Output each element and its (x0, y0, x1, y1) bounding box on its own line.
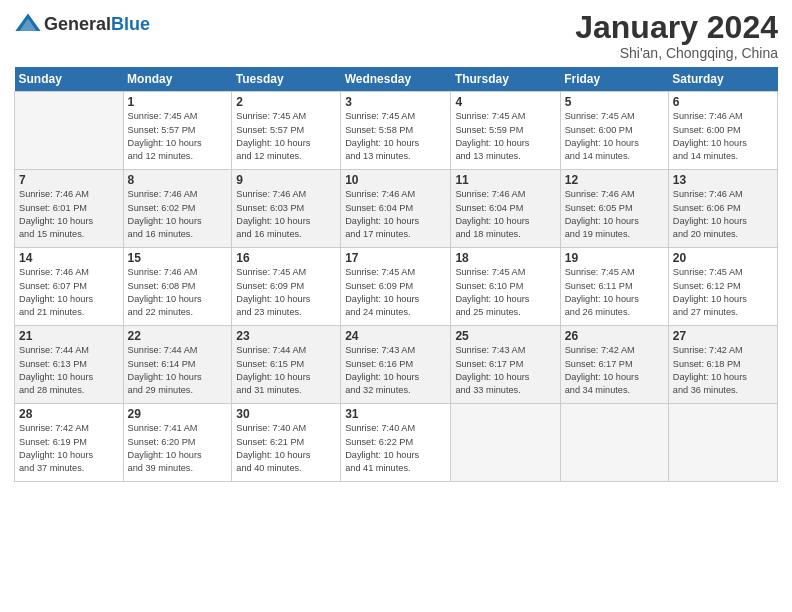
day-info: Sunrise: 7:45 AM Sunset: 6:10 PM Dayligh… (455, 266, 555, 319)
day-number: 15 (128, 251, 228, 265)
calendar-cell: 17Sunrise: 7:45 AM Sunset: 6:09 PM Dayli… (341, 248, 451, 326)
day-number: 5 (565, 95, 664, 109)
day-number: 12 (565, 173, 664, 187)
day-number: 4 (455, 95, 555, 109)
day-info: Sunrise: 7:46 AM Sunset: 6:00 PM Dayligh… (673, 110, 773, 163)
calendar-cell: 18Sunrise: 7:45 AM Sunset: 6:10 PM Dayli… (451, 248, 560, 326)
calendar-cell: 24Sunrise: 7:43 AM Sunset: 6:16 PM Dayli… (341, 326, 451, 404)
calendar-cell: 27Sunrise: 7:42 AM Sunset: 6:18 PM Dayli… (668, 326, 777, 404)
calendar-cell: 19Sunrise: 7:45 AM Sunset: 6:11 PM Dayli… (560, 248, 668, 326)
day-info: Sunrise: 7:44 AM Sunset: 6:13 PM Dayligh… (19, 344, 119, 397)
day-info: Sunrise: 7:46 AM Sunset: 6:02 PM Dayligh… (128, 188, 228, 241)
day-number: 27 (673, 329, 773, 343)
day-info: Sunrise: 7:45 AM Sunset: 5:59 PM Dayligh… (455, 110, 555, 163)
calendar-cell: 16Sunrise: 7:45 AM Sunset: 6:09 PM Dayli… (232, 248, 341, 326)
calendar-cell: 2Sunrise: 7:45 AM Sunset: 5:57 PM Daylig… (232, 92, 341, 170)
calendar-cell: 31Sunrise: 7:40 AM Sunset: 6:22 PM Dayli… (341, 404, 451, 482)
day-info: Sunrise: 7:46 AM Sunset: 6:07 PM Dayligh… (19, 266, 119, 319)
day-info: Sunrise: 7:45 AM Sunset: 6:00 PM Dayligh… (565, 110, 664, 163)
calendar-week-1: 1Sunrise: 7:45 AM Sunset: 5:57 PM Daylig… (15, 92, 778, 170)
day-info: Sunrise: 7:46 AM Sunset: 6:06 PM Dayligh… (673, 188, 773, 241)
day-info: Sunrise: 7:44 AM Sunset: 6:15 PM Dayligh… (236, 344, 336, 397)
day-number: 26 (565, 329, 664, 343)
day-number: 7 (19, 173, 119, 187)
day-info: Sunrise: 7:46 AM Sunset: 6:03 PM Dayligh… (236, 188, 336, 241)
calendar-cell: 20Sunrise: 7:45 AM Sunset: 6:12 PM Dayli… (668, 248, 777, 326)
day-info: Sunrise: 7:42 AM Sunset: 6:17 PM Dayligh… (565, 344, 664, 397)
day-number: 20 (673, 251, 773, 265)
day-number: 30 (236, 407, 336, 421)
day-info: Sunrise: 7:46 AM Sunset: 6:05 PM Dayligh… (565, 188, 664, 241)
calendar-cell (451, 404, 560, 482)
day-header-sunday: Sunday (15, 67, 124, 92)
day-number: 16 (236, 251, 336, 265)
calendar-cell: 14Sunrise: 7:46 AM Sunset: 6:07 PM Dayli… (15, 248, 124, 326)
day-info: Sunrise: 7:40 AM Sunset: 6:22 PM Dayligh… (345, 422, 446, 475)
logo-text: GeneralBlue (44, 14, 150, 35)
calendar-cell: 23Sunrise: 7:44 AM Sunset: 6:15 PM Dayli… (232, 326, 341, 404)
day-number: 19 (565, 251, 664, 265)
day-info: Sunrise: 7:45 AM Sunset: 6:11 PM Dayligh… (565, 266, 664, 319)
day-number: 8 (128, 173, 228, 187)
day-number: 18 (455, 251, 555, 265)
logo: GeneralBlue (14, 10, 150, 38)
day-number: 25 (455, 329, 555, 343)
calendar-week-3: 14Sunrise: 7:46 AM Sunset: 6:07 PM Dayli… (15, 248, 778, 326)
month-title: January 2024 (575, 10, 778, 45)
calendar-cell: 8Sunrise: 7:46 AM Sunset: 6:02 PM Daylig… (123, 170, 232, 248)
day-number: 6 (673, 95, 773, 109)
calendar-cell: 22Sunrise: 7:44 AM Sunset: 6:14 PM Dayli… (123, 326, 232, 404)
logo-icon (14, 10, 42, 38)
calendar-week-5: 28Sunrise: 7:42 AM Sunset: 6:19 PM Dayli… (15, 404, 778, 482)
day-header-saturday: Saturday (668, 67, 777, 92)
day-header-monday: Monday (123, 67, 232, 92)
day-info: Sunrise: 7:46 AM Sunset: 6:04 PM Dayligh… (455, 188, 555, 241)
day-number: 29 (128, 407, 228, 421)
calendar-cell: 6Sunrise: 7:46 AM Sunset: 6:00 PM Daylig… (668, 92, 777, 170)
day-info: Sunrise: 7:45 AM Sunset: 5:58 PM Dayligh… (345, 110, 446, 163)
day-header-friday: Friday (560, 67, 668, 92)
day-number: 21 (19, 329, 119, 343)
day-number: 10 (345, 173, 446, 187)
day-number: 28 (19, 407, 119, 421)
day-info: Sunrise: 7:46 AM Sunset: 6:08 PM Dayligh… (128, 266, 228, 319)
calendar-cell: 9Sunrise: 7:46 AM Sunset: 6:03 PM Daylig… (232, 170, 341, 248)
day-info: Sunrise: 7:45 AM Sunset: 6:12 PM Dayligh… (673, 266, 773, 319)
calendar-cell: 29Sunrise: 7:41 AM Sunset: 6:20 PM Dayli… (123, 404, 232, 482)
day-info: Sunrise: 7:44 AM Sunset: 6:14 PM Dayligh… (128, 344, 228, 397)
day-info: Sunrise: 7:42 AM Sunset: 6:18 PM Dayligh… (673, 344, 773, 397)
day-number: 14 (19, 251, 119, 265)
calendar-cell: 5Sunrise: 7:45 AM Sunset: 6:00 PM Daylig… (560, 92, 668, 170)
calendar-cell: 1Sunrise: 7:45 AM Sunset: 5:57 PM Daylig… (123, 92, 232, 170)
calendar-cell (15, 92, 124, 170)
calendar-week-2: 7Sunrise: 7:46 AM Sunset: 6:01 PM Daylig… (15, 170, 778, 248)
logo-blue: Blue (111, 14, 150, 34)
day-info: Sunrise: 7:45 AM Sunset: 6:09 PM Dayligh… (236, 266, 336, 319)
day-number: 9 (236, 173, 336, 187)
calendar-cell: 15Sunrise: 7:46 AM Sunset: 6:08 PM Dayli… (123, 248, 232, 326)
day-header-thursday: Thursday (451, 67, 560, 92)
calendar-week-4: 21Sunrise: 7:44 AM Sunset: 6:13 PM Dayli… (15, 326, 778, 404)
calendar-cell: 28Sunrise: 7:42 AM Sunset: 6:19 PM Dayli… (15, 404, 124, 482)
day-header-tuesday: Tuesday (232, 67, 341, 92)
calendar-cell: 21Sunrise: 7:44 AM Sunset: 6:13 PM Dayli… (15, 326, 124, 404)
calendar-cell: 10Sunrise: 7:46 AM Sunset: 6:04 PM Dayli… (341, 170, 451, 248)
day-info: Sunrise: 7:46 AM Sunset: 6:04 PM Dayligh… (345, 188, 446, 241)
day-info: Sunrise: 7:42 AM Sunset: 6:19 PM Dayligh… (19, 422, 119, 475)
day-number: 31 (345, 407, 446, 421)
calendar-cell: 11Sunrise: 7:46 AM Sunset: 6:04 PM Dayli… (451, 170, 560, 248)
day-info: Sunrise: 7:45 AM Sunset: 5:57 PM Dayligh… (236, 110, 336, 163)
day-info: Sunrise: 7:45 AM Sunset: 6:09 PM Dayligh… (345, 266, 446, 319)
calendar-body: 1Sunrise: 7:45 AM Sunset: 5:57 PM Daylig… (15, 92, 778, 482)
calendar-cell: 30Sunrise: 7:40 AM Sunset: 6:21 PM Dayli… (232, 404, 341, 482)
calendar-cell: 25Sunrise: 7:43 AM Sunset: 6:17 PM Dayli… (451, 326, 560, 404)
title-block: January 2024 Shi'an, Chongqing, China (575, 10, 778, 61)
calendar-cell (668, 404, 777, 482)
day-number: 11 (455, 173, 555, 187)
day-number: 3 (345, 95, 446, 109)
day-number: 2 (236, 95, 336, 109)
calendar-cell: 13Sunrise: 7:46 AM Sunset: 6:06 PM Dayli… (668, 170, 777, 248)
day-number: 13 (673, 173, 773, 187)
calendar-header-row: SundayMondayTuesdayWednesdayThursdayFrid… (15, 67, 778, 92)
day-number: 17 (345, 251, 446, 265)
